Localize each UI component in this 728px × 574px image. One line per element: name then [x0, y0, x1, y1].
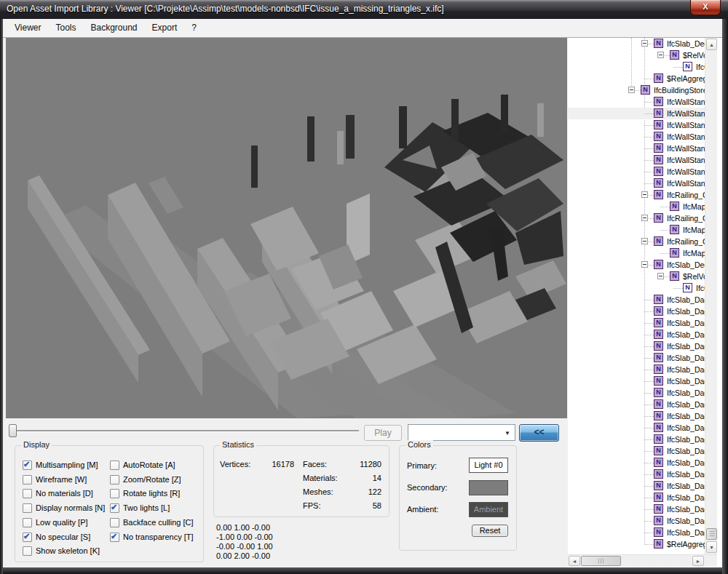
- tree-row[interactable]: NIfcMapp: [568, 247, 705, 259]
- tree-row[interactable]: N$RelVoi: [568, 271, 705, 282]
- tree-row[interactable]: NIfcWallStan: [568, 143, 705, 154]
- checkbox-label[interactable]: AutoRotate [A]: [123, 461, 175, 469]
- scroll-down-button[interactable]: ▼: [706, 541, 717, 553]
- checkbox-unchecked[interactable]: [110, 489, 119, 498]
- tree-row[interactable]: N$RelAggreg: [568, 73, 705, 84]
- tree-row[interactable]: NIfcSlab_Dac: [568, 352, 705, 364]
- checkbox-unchecked[interactable]: [23, 489, 32, 498]
- checkbox-checked[interactable]: ✔: [110, 503, 119, 513]
- tree-row[interactable]: NIfcSlab_Dac: [568, 492, 705, 503]
- collapse-panel-button[interactable]: <<: [519, 424, 559, 442]
- tree-row[interactable]: NIfcSlab_Dac: [568, 469, 705, 480]
- timeline-slider-thumb[interactable]: [9, 424, 17, 437]
- checkbox-unchecked[interactable]: [110, 461, 119, 470]
- tree-row[interactable]: NIfcSlab_Dac: [568, 503, 705, 515]
- tree-row[interactable]: NIfcSlab_Dac: [568, 317, 705, 329]
- animation-combo-box[interactable]: ▼: [408, 424, 515, 441]
- tree-row[interactable]: N$RelAggreg: [568, 538, 705, 550]
- tree-row[interactable]: NIfcWallStan: [568, 154, 705, 166]
- tree-row[interactable]: NIfcSlab_Dac: [568, 434, 705, 445]
- tree-vertical-scrollbar[interactable]: ▲ ▼: [705, 38, 717, 554]
- tree-row[interactable]: NIfcWallStan: [568, 119, 705, 131]
- tree-row[interactable]: NIfcWallStan: [568, 96, 705, 108]
- checkbox-label[interactable]: Two lights [L]: [123, 503, 170, 512]
- menu-item-export[interactable]: Export: [145, 19, 185, 36]
- tree-horizontal-scrollbar[interactable]: ◄ ►: [568, 554, 717, 567]
- tree-row[interactable]: NIfcWallStan: [568, 131, 705, 143]
- tree-row[interactable]: NIfcSlab_Dac: [568, 410, 705, 422]
- checkbox-label[interactable]: No transparency [T]: [123, 533, 194, 541]
- tree-row[interactable]: NIfcMapp: [568, 224, 705, 236]
- tree-row[interactable]: NIfcSlab_Dac: [568, 515, 705, 527]
- tree-row[interactable]: NIfcRailing_G: [568, 189, 705, 201]
- tree-row[interactable]: NIfcSlab_Dac: [568, 294, 705, 306]
- tree-row[interactable]: NIfcSlab_Dac: [568, 340, 705, 352]
- timeline-slider-track[interactable]: [9, 430, 359, 432]
- checkbox-unchecked[interactable]: [23, 518, 32, 527]
- scroll-right-button[interactable]: ►: [692, 556, 704, 566]
- expand-collapse-box[interactable]: [641, 238, 648, 244]
- horizontal-scroll-thumb[interactable]: [581, 556, 621, 566]
- checkbox-label[interactable]: No materials [D]: [36, 489, 93, 498]
- tree-row[interactable]: NIfcSlab_Dac: [568, 422, 705, 434]
- tree-row[interactable]: NIfcSlab_Dac: [568, 387, 705, 399]
- primary-color-swatch[interactable]: Light #0: [469, 458, 508, 473]
- expand-collapse-box[interactable]: [641, 215, 648, 221]
- checkbox-label[interactable]: No specular [S]: [36, 533, 90, 541]
- scroll-up-button[interactable]: ▲: [706, 39, 717, 50]
- checkbox-unchecked[interactable]: [23, 546, 32, 556]
- menu-item-tools[interactable]: Tools: [48, 19, 83, 36]
- checkbox-checked[interactable]: ✔: [23, 461, 32, 470]
- tree-row[interactable]: NIfcRailing_G: [568, 236, 705, 247]
- checkbox-label[interactable]: Multisampling [M]: [36, 461, 98, 469]
- checkbox-unchecked[interactable]: [23, 503, 32, 513]
- tree-row[interactable]: NIfcWallStan: [568, 178, 705, 189]
- ambient-color-swatch[interactable]: Ambient: [469, 502, 508, 517]
- tree-row[interactable]: NIfcSlab_Dac: [568, 306, 705, 317]
- expand-collapse-box[interactable]: [641, 261, 648, 268]
- menu-item-[interactable]: ?: [184, 19, 204, 36]
- checkbox-unchecked[interactable]: [110, 518, 119, 527]
- tree-row[interactable]: N$RelVoi: [568, 49, 705, 61]
- tree-row[interactable]: NIfcSlab_Dac: [568, 457, 705, 469]
- tree-row[interactable]: NIfcSlab_Dec: [568, 38, 705, 49]
- scroll-left-button[interactable]: ◄: [569, 556, 580, 566]
- tree-row[interactable]: NIfcSlab_Dac: [568, 445, 705, 457]
- tree-row[interactable]: NIfcMapp: [568, 201, 705, 212]
- checkbox-unchecked[interactable]: [23, 475, 32, 485]
- play-button[interactable]: Play: [364, 425, 402, 441]
- tree-row[interactable]: NIfcC: [568, 61, 705, 73]
- secondary-color-swatch[interactable]: [469, 480, 508, 495]
- viewport-3d[interactable]: [6, 38, 567, 418]
- expand-collapse-box[interactable]: [641, 40, 648, 47]
- title-bar[interactable]: Open Asset Import Library : Viewer [C:\P…: [0, 0, 728, 19]
- tree-row[interactable]: NIfcWallStan: [568, 166, 705, 178]
- checkbox-unchecked[interactable]: [110, 475, 119, 485]
- checkbox-label[interactable]: Display normals [N]: [36, 503, 105, 512]
- menu-item-viewer[interactable]: Viewer: [7, 19, 48, 36]
- checkbox-label[interactable]: Zoom/Rotate [Z]: [123, 475, 181, 484]
- checkbox-label[interactable]: Show skeleton [K]: [36, 546, 100, 555]
- tree-row[interactable]: NIfcWallStan: [568, 108, 705, 119]
- checkbox-label[interactable]: Low quality [P]: [36, 518, 88, 527]
- menu-item-background[interactable]: Background: [83, 19, 144, 36]
- checkbox-checked[interactable]: ✔: [23, 533, 32, 542]
- checkbox-label[interactable]: Wireframe [W]: [36, 475, 87, 484]
- reset-colors-button[interactable]: Reset: [472, 525, 508, 537]
- tree-row[interactable]: NIfcSlab_Dac: [568, 399, 705, 410]
- tree-row[interactable]: NIfcSlab_Dac: [568, 329, 705, 340]
- tree-row[interactable]: NIfcRailing_G: [568, 212, 705, 224]
- checkbox-label[interactable]: Rotate lights [R]: [123, 489, 180, 498]
- tree-row[interactable]: NIfcSlab_Dac: [568, 364, 705, 375]
- expand-collapse-box[interactable]: [657, 273, 664, 279]
- tree-row[interactable]: NIfcSlab_Dac: [568, 480, 705, 492]
- checkbox-label[interactable]: Backface culling [C]: [123, 518, 194, 527]
- tree-row[interactable]: NIfcC: [568, 282, 705, 294]
- tree-row[interactable]: NIfcBuildingStorey: [568, 84, 705, 96]
- expand-collapse-box[interactable]: [641, 191, 648, 198]
- tree-row[interactable]: NIfcSlab_Dac: [568, 375, 705, 387]
- tree-row[interactable]: NIfcSlab_Dac: [568, 527, 705, 538]
- expand-collapse-box[interactable]: [628, 87, 635, 93]
- tree-row[interactable]: NIfcSlab_Dec: [568, 259, 705, 271]
- checkbox-checked[interactable]: ✔: [110, 533, 119, 542]
